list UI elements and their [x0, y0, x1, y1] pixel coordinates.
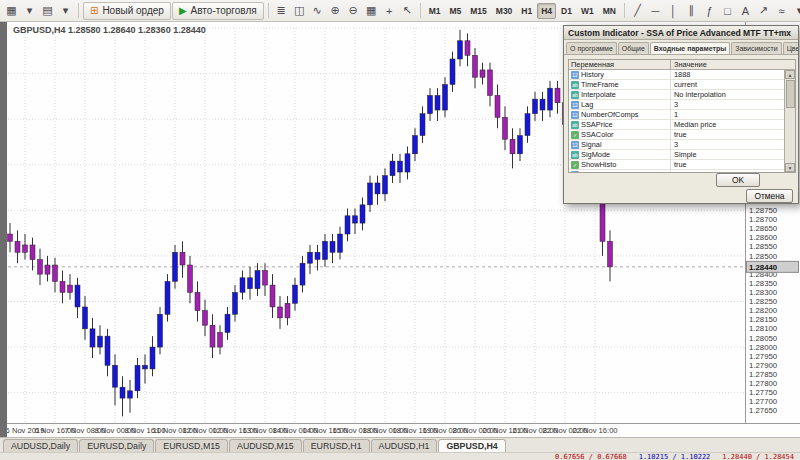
status-bar: 0.67656 / 0.676681.10215 / 1.102221.2844…: [0, 452, 800, 460]
toolbar-separator: [78, 3, 79, 18]
parameter-value[interactable]: Median price: [671, 120, 795, 129]
parameter-value[interactable]: current: [671, 80, 795, 89]
arrow-tool-icon[interactable]: ↗: [755, 2, 772, 20]
zoom-out-icon[interactable]: ⊖: [345, 2, 362, 20]
column-value: Значение: [671, 60, 795, 69]
trendline-icon[interactable]: ╱: [629, 2, 646, 20]
parameter-value[interactable]: 3: [671, 100, 795, 109]
profiles-icon[interactable]: ▤: [39, 2, 56, 20]
timeframe-button-mn[interactable]: MN: [599, 3, 620, 19]
cursor-icon[interactable]: ↖: [399, 2, 416, 20]
chart-symbol-period: GBPUSD,H4: [13, 25, 66, 35]
zoom-in-icon[interactable]: ⊕: [327, 2, 344, 20]
new-chart-dropdown-icon[interactable]: ▾: [21, 2, 38, 20]
scroll-up-button[interactable]: ▲: [785, 70, 795, 79]
parameter-row: abTimeFramecurrent: [569, 80, 795, 90]
chart-tab-eurusd-m15[interactable]: EURUSD,M15: [155, 439, 228, 452]
text-icon[interactable]: A: [737, 2, 754, 20]
channel-icon[interactable]: ∥: [683, 2, 700, 20]
parameter-type-icon: ✓: [571, 161, 579, 169]
parameter-name: abSSAPrice: [569, 120, 671, 129]
chart-line-icon[interactable]: ∿: [309, 2, 326, 20]
timeframe-button-m5[interactable]: M5: [445, 3, 465, 19]
shapes-icon[interactable]: □: [719, 2, 736, 20]
timeframe-button-d1[interactable]: D1: [557, 3, 576, 19]
parameter-row: abInterpolateNo interpolation: [569, 90, 795, 100]
parameter-value[interactable]: true: [671, 130, 795, 139]
svg-text:22 Nov 16:00: 22 Nov 16:00: [572, 426, 617, 435]
svg-text:1.28300: 1.28300: [749, 288, 778, 297]
dialog-tabs: О программеОбщиеВходные параметрыЗависим…: [564, 40, 798, 55]
table-scrollbar[interactable]: ▲ ▼: [784, 70, 795, 172]
chart-tab-audusd-h1[interactable]: AUDUSD,H1: [371, 439, 438, 452]
new-order-label: Новый ордер: [102, 5, 164, 16]
indicators-icon[interactable]: ≈: [773, 2, 790, 20]
svg-text:1.28700: 1.28700: [749, 215, 778, 224]
parameter-type-icon: 12: [571, 111, 579, 119]
parameter-type-icon: 12: [571, 101, 579, 109]
parameter-row: abSigModeSimple: [569, 150, 795, 160]
timeframe-button-h1[interactable]: H1: [517, 3, 536, 19]
chart-tab-audusd-m15[interactable]: AUDUSD,M15: [229, 439, 302, 452]
svg-text:1.27750: 1.27750: [749, 388, 778, 397]
parameter-type-icon: 12: [571, 141, 579, 149]
chart-candles-icon[interactable]: ◫: [291, 2, 308, 20]
timeframe-button-m30[interactable]: M30: [492, 3, 517, 19]
chart-tab-audusd-daily[interactable]: AUDUSD,Daily: [3, 439, 78, 452]
toolbar-separator: [624, 3, 625, 18]
toolbar-left-icons: ▦▾▤▾: [3, 2, 74, 20]
timeframe-button-m15[interactable]: M15: [466, 3, 491, 19]
more-dropdown-icon[interactable]: ▾: [791, 2, 800, 20]
chart-tab-gbpusd-h4[interactable]: GBPUSD,H4: [438, 439, 505, 452]
dialog-tab[interactable]: Цвета: [783, 42, 798, 54]
parameter-value[interactable]: 3: [671, 140, 795, 149]
dialog-title: Custom Indicator - SSA of Price Advanced…: [568, 28, 791, 38]
dialog-tab[interactable]: Общие: [618, 42, 649, 54]
mt4-window: ▦▾▤▾ ⊞ Новый ордер ▶ Авто-торговля ≣◫∿⊕⊖…: [0, 0, 800, 460]
toolbar-separator: [268, 3, 269, 18]
dialog-tab[interactable]: О программе: [566, 42, 617, 54]
scrollbar-thumb[interactable]: [786, 80, 795, 108]
parameter-row: 12Lag3: [569, 100, 795, 110]
parameter-name: 12Signal: [569, 140, 671, 149]
parameter-name: abTimeFrame: [569, 80, 671, 89]
dialog-tab[interactable]: Зависимости: [731, 42, 781, 54]
timeframe-button-m1[interactable]: M1: [425, 3, 445, 19]
dialog-title-bar[interactable]: Custom Indicator - SSA of Price Advanced…: [564, 26, 798, 40]
new-order-button[interactable]: ⊞ Новый ордер: [83, 2, 171, 20]
horizontal-line-icon[interactable]: ─: [647, 2, 664, 20]
parameters-rows: 12History1888abTimeFramecurrentabInterpo…: [569, 70, 795, 173]
chart-tab-eurusd-daily[interactable]: EURUSD,Daily: [79, 439, 154, 452]
crosshair-icon[interactable]: +: [381, 2, 398, 20]
parameter-value[interactable]: No interpolation: [671, 90, 795, 99]
profiles-dropdown-icon[interactable]: ▾: [57, 2, 74, 20]
timeframe-button-w1[interactable]: W1: [577, 3, 598, 19]
parameters-table: Переменная Значение 12History1888abTimeF…: [568, 59, 796, 173]
chart-ohlc-title: GBPUSD,H4 1.28580 1.28640 1.28360 1.2844…: [13, 25, 206, 35]
autotrade-button[interactable]: ▶ Авто-торговля: [172, 2, 264, 20]
new-chart-icon[interactable]: ▦: [3, 2, 20, 20]
tile-windows-icon[interactable]: ▦: [363, 2, 380, 20]
timeframe-button-h4[interactable]: H4: [537, 3, 556, 19]
svg-text:1.27850: 1.27850: [749, 370, 778, 379]
parameter-value[interactable]: 1: [671, 110, 795, 119]
scroll-down-button[interactable]: ▼: [785, 163, 795, 172]
parameter-type-icon: ab: [571, 81, 579, 89]
fibonacci-icon[interactable]: ƒ: [701, 2, 718, 20]
parameter-name-text: Signal: [581, 140, 602, 149]
parameter-value[interactable]: 1888: [671, 70, 795, 79]
chart-bars-icon[interactable]: ≣: [273, 2, 290, 20]
svg-text:1.28200: 1.28200: [749, 306, 778, 315]
vertical-line-icon[interactable]: │: [665, 2, 682, 20]
svg-text:1.28150: 1.28150: [749, 315, 778, 324]
autotrade-label: Авто-торговля: [191, 5, 257, 16]
parameter-name-text: ShowHisto: [581, 160, 616, 169]
parameter-value[interactable]: true: [671, 160, 795, 169]
ok-button[interactable]: OK: [716, 173, 760, 187]
column-variable: Переменная: [569, 60, 671, 69]
cancel-button[interactable]: Отмена: [746, 189, 793, 203]
svg-text:1.28350: 1.28350: [749, 279, 778, 288]
chart-tab-eurusd-h1[interactable]: EURUSD,H1: [303, 439, 370, 452]
parameter-value[interactable]: Simple: [671, 150, 795, 159]
dialog-tab[interactable]: Входные параметры: [650, 42, 730, 54]
